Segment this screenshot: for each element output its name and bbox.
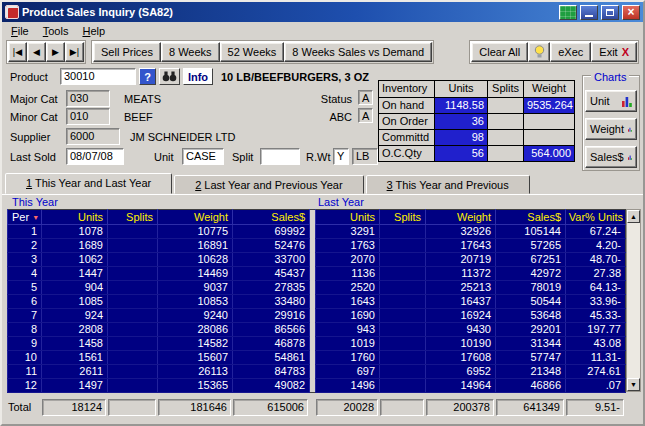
cell-ly-sales: 105144	[496, 225, 566, 239]
menu-help[interactable]: Help	[75, 24, 112, 38]
table-row[interactable]: 12 1497 15365 49082 1496 14964 46866 .07	[8, 379, 626, 393]
info-button[interactable]: Info	[183, 68, 213, 85]
inventory-weight-value: 564.000	[523, 146, 574, 161]
eight-weeks-button[interactable]: 8 Weeks	[161, 42, 220, 62]
tab-this-year-previous[interactable]: 3 This Year and Previous	[366, 175, 530, 194]
cell-ty-sales: 33480	[233, 295, 310, 309]
exec-button[interactable]: eXec	[550, 42, 591, 62]
search-button[interactable]	[159, 68, 180, 85]
cell-ly-units: 2520	[316, 281, 380, 295]
cell-ty-splits	[108, 295, 158, 309]
arrow-down-icon: ▼	[630, 381, 637, 388]
table-row[interactable]: 7 924 9240 29916 1690 16924 53648 45.33-	[8, 309, 626, 323]
scrollbar-track[interactable]	[627, 223, 640, 378]
ty-sales-header[interactable]: Sales$	[233, 210, 310, 225]
cell-ty-weight: 9037	[158, 281, 233, 295]
cell-ty-splits	[108, 281, 158, 295]
nav-next-button[interactable]: ▶	[46, 42, 65, 62]
minimize-icon	[585, 15, 593, 17]
nav-last-button[interactable]: ▶|	[65, 42, 84, 62]
table-row[interactable]: 2 1689 16891 52476 1763 17643 57265 4.20…	[8, 239, 626, 253]
split-field[interactable]	[260, 148, 300, 165]
cell-var-units: 27.38	[566, 267, 626, 281]
major-cat-field[interactable]: 030	[66, 90, 110, 107]
sell-prices-button[interactable]: Sell Prices	[93, 42, 161, 62]
tab-this-year-last-year[interactable]: 1 This Year and Last Year	[5, 173, 172, 194]
ly-units-header[interactable]: Units	[316, 210, 380, 225]
calculator-button[interactable]	[559, 5, 577, 20]
supplier-field[interactable]: 6000	[66, 128, 120, 145]
inventory-units-header: Units	[434, 81, 487, 97]
tab-last-year-previous-year[interactable]: 2 Last Year and Previous Year	[174, 175, 363, 194]
cell-var-units: 64.13-	[566, 281, 626, 295]
table-row[interactable]: 6 1085 10853 33480 1643 16437 50544 33.9…	[8, 295, 626, 309]
cell-ly-splits	[380, 281, 426, 295]
cell-ly-sales: 29201	[496, 323, 566, 337]
inventory-weight-value: 9535.264	[523, 98, 574, 113]
last-sold-field[interactable]: 08/07/08	[66, 148, 124, 165]
cell-period: 5	[8, 281, 42, 295]
table-row[interactable]: 5 904 9037 27835 2520 25213 78019 64.13-	[8, 281, 626, 295]
ty-weight-header[interactable]: Weight	[158, 210, 233, 225]
cell-ty-splits	[108, 309, 158, 323]
var-units-header[interactable]: Var% Units	[566, 210, 626, 225]
sales-table-wrap: Per▼ Units Splits Weight Sales$ Units Sp…	[7, 209, 626, 393]
cell-ly-weight: 6952	[426, 365, 496, 379]
sales-vs-demand-button[interactable]: 8 Weeks Sales vs Demand	[284, 42, 432, 62]
cell-ly-splits	[380, 351, 426, 365]
rwt-field[interactable]: Y	[333, 148, 349, 165]
nav-first-button[interactable]: |◀	[8, 42, 27, 62]
chart-sales-button[interactable]: Sales$	[585, 146, 637, 168]
chart-weight-button[interactable]: Weight	[585, 118, 637, 140]
scroll-down-button[interactable]: ▼	[627, 378, 640, 391]
cell-ly-weight: 10190	[426, 337, 496, 351]
ty-units-header[interactable]: Units	[42, 210, 108, 225]
content-panel: This Year Last Year Per▼ Units Splits We…	[2, 194, 643, 424]
table-row[interactable]: 4 1447 14469 45437 1136 11372 42972 27.3…	[8, 267, 626, 281]
menu-file[interactable]: File	[4, 24, 36, 38]
per-column-header[interactable]: Per▼	[8, 210, 42, 225]
charts-panel: Charts Unit Weight Sales$	[582, 75, 640, 171]
total-ly-splits	[380, 399, 424, 416]
chart-unit-button[interactable]: Unit	[585, 90, 637, 112]
clear-all-button[interactable]: Clear All	[471, 42, 528, 62]
per-header-label: Per	[12, 211, 29, 223]
close-button[interactable]: ×	[622, 5, 640, 20]
ly-splits-header[interactable]: Splits	[380, 210, 426, 225]
table-row[interactable]: 1 1078 10775 69992 3291 32926 105144 67.…	[8, 225, 626, 239]
cell-ty-sales: 46878	[233, 337, 310, 351]
scroll-up-button[interactable]: ▲	[627, 210, 640, 223]
cell-ly-weight: 20719	[426, 253, 496, 267]
inventory-splits-value	[487, 114, 523, 129]
cell-var-units: 33.96-	[566, 295, 626, 309]
help-button[interactable]: ?	[139, 68, 156, 85]
nav-prev-button[interactable]: ◀	[27, 42, 46, 62]
ly-weight-header[interactable]: Weight	[426, 210, 496, 225]
ty-splits-header[interactable]: Splits	[108, 210, 158, 225]
table-row[interactable]: 9 1458 14582 46878 1019 10190 31344 43.0…	[8, 337, 626, 351]
cell-ly-units: 1496	[316, 379, 380, 393]
cell-period: 3	[8, 253, 42, 267]
table-row[interactable]: 8 2808 28086 86566 943 9430 29201 197.77	[8, 323, 626, 337]
minor-cat-field[interactable]: 010	[66, 108, 110, 125]
unit-field[interactable]: CASE	[182, 148, 224, 165]
table-row[interactable]: 3 1062 10628 33700 2070 20719 67251 48.7…	[8, 253, 626, 267]
cell-ly-units: 697	[316, 365, 380, 379]
ly-sales-header[interactable]: Sales$	[496, 210, 566, 225]
minimize-button[interactable]	[580, 5, 598, 20]
titlebar[interactable]: Product Sales Inquiry (SA82) ×	[2, 2, 643, 22]
maximize-button[interactable]	[601, 5, 619, 20]
cell-period: 7	[8, 309, 42, 323]
exit-button[interactable]: Exit X	[591, 42, 637, 62]
cell-ly-sales: 53648	[496, 309, 566, 323]
cell-var-units: 48.70-	[566, 253, 626, 267]
product-input[interactable]: 30010	[60, 68, 136, 85]
hint-button[interactable]	[528, 42, 550, 62]
table-row[interactable]: 11 2611 26113 84783 697 6952 21348 274.6…	[8, 365, 626, 379]
cell-ty-splits	[108, 323, 158, 337]
fifty-two-weeks-button[interactable]: 52 Weeks	[220, 42, 285, 62]
status-label: Status	[298, 93, 352, 105]
vertical-scrollbar[interactable]: ▲ ▼	[626, 209, 641, 392]
table-row[interactable]: 10 1561 15607 54861 1760 17608 57747 11.…	[8, 351, 626, 365]
menu-tools[interactable]: Tools	[36, 24, 76, 38]
